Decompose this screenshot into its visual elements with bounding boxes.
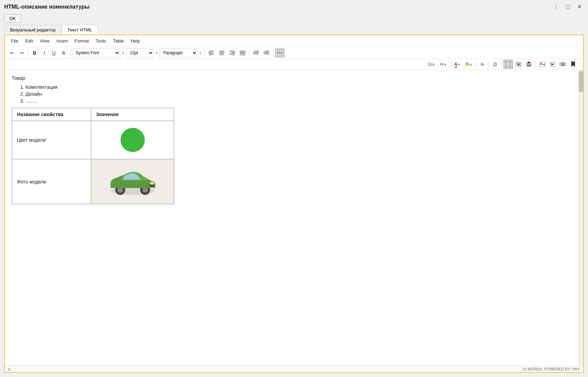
tab-html-text[interactable]: Текст HTML: [61, 25, 98, 35]
clear-format-button[interactable]: Ix: [478, 60, 487, 69]
table-row-photo: Фото модели: [12, 159, 174, 204]
tab-bar: Визуальный редактор Текст HTML: [0, 25, 588, 35]
more-button[interactable]: ···: [275, 48, 285, 57]
font-select[interactable]: System Font: [72, 48, 120, 57]
editor-scroll-area: Товар: Комплектация Дизайн ......... Наз…: [5, 70, 583, 366]
menu-file[interactable]: File: [8, 37, 22, 45]
toolbar-separator7: [476, 61, 476, 68]
unordered-list-button[interactable]: •≡ ∨: [438, 60, 448, 69]
indent-button[interactable]: [262, 48, 271, 57]
status-bar: p 10 WORDS POWERED BY TINY: [5, 366, 583, 372]
color-circle: [121, 128, 145, 152]
image-button[interactable]: [538, 60, 547, 69]
menu-insert[interactable]: Insert: [53, 37, 71, 45]
media-button[interactable]: [548, 60, 557, 69]
close-button[interactable]: ✕: [575, 3, 584, 11]
editor-content[interactable]: Товар: Комплектация Дизайн ......... Наз…: [5, 70, 583, 210]
col-property-name: Название свойства: [12, 108, 91, 121]
menu-icon[interactable]: ⋮: [551, 3, 561, 11]
scrollbar-thumb[interactable]: [579, 71, 583, 92]
content-intro: Товар:: [12, 75, 573, 81]
link-button[interactable]: [558, 60, 568, 69]
align-right-button[interactable]: [227, 48, 237, 57]
align-justify-button[interactable]: [238, 48, 247, 57]
toolbar-separator8: [489, 61, 489, 68]
menu-bar: File Edit View Insert Format Tools Table…: [5, 35, 583, 47]
bookmark-button[interactable]: [569, 60, 578, 69]
menu-edit[interactable]: Edit: [22, 37, 36, 45]
toolbar-separator3: [205, 49, 205, 56]
special-char-button[interactable]: Ω: [491, 60, 500, 69]
align-left-button[interactable]: [207, 48, 216, 57]
menu-table[interactable]: Table: [110, 37, 127, 45]
svg-point-26: [518, 63, 520, 65]
col-value: Значение: [91, 108, 174, 121]
status-element: p: [8, 367, 10, 371]
toolbar-row1: ↩ ↪ B I U S System Font ∨ 12pt ∨ Paragra…: [5, 47, 583, 59]
table-row-color: Цвет модели: [12, 121, 174, 159]
list-item-1: Комплектация: [26, 84, 573, 90]
ordered-list-button[interactable]: 1≡ ∨: [426, 60, 437, 69]
print-button[interactable]: [524, 60, 534, 69]
editor-container: File Edit View Insert Format Tools Table…: [4, 35, 584, 373]
toolbar-separator5: [273, 49, 273, 56]
table-header-row: Название свойства Значение: [12, 108, 174, 121]
status-words-powered: 10 WORDS POWERED BY TINY: [522, 367, 580, 371]
paragraph-select[interactable]: Paragraph: [160, 48, 198, 57]
menu-help[interactable]: Help: [127, 37, 143, 45]
fullscreen-button[interactable]: [503, 60, 513, 69]
tab-visual-editor[interactable]: Визуальный редактор: [4, 25, 61, 35]
toolbar-separator6: [450, 61, 451, 68]
editor-scrollbar[interactable]: [578, 70, 583, 366]
italic-button[interactable]: I: [40, 48, 49, 57]
svg-rect-23: [466, 62, 468, 65]
underline-button[interactable]: U: [49, 48, 58, 57]
outdent-button[interactable]: [251, 48, 261, 57]
window-title: HTML-описание номенклатуры: [4, 4, 89, 10]
car-image: [105, 164, 160, 198]
svg-point-44: [150, 182, 154, 185]
redo-button[interactable]: ↪: [17, 48, 26, 57]
toolbar-separator10: [535, 61, 536, 68]
preview-button[interactable]: [514, 60, 523, 69]
toolbar-separator4: [249, 49, 249, 56]
main-window: HTML-описание номенклатуры ⋮ □ ✕ OK Визу…: [0, 0, 588, 377]
property-photo-label: Фото модели: [12, 159, 91, 204]
size-select[interactable]: 12pt: [126, 48, 154, 57]
menu-format[interactable]: Format: [71, 37, 92, 45]
content-list: Комплектация Дизайн .........: [26, 84, 573, 104]
align-center-button[interactable]: [217, 48, 227, 57]
list-item-2: Дизайн: [26, 91, 573, 97]
svg-marker-35: [551, 63, 554, 66]
list-item-3: .........: [26, 98, 573, 104]
undo-button[interactable]: ↩: [8, 48, 17, 57]
toolbar-separator2: [70, 49, 70, 56]
window-controls: ⋮ □ ✕: [551, 3, 584, 11]
title-bar: HTML-описание номенклатуры ⋮ □ ✕: [0, 0, 588, 13]
ok-button[interactable]: OK: [4, 14, 21, 23]
toolbar-separator: [28, 49, 28, 56]
menu-tools[interactable]: Tools: [92, 37, 110, 45]
toolbar-separator9: [501, 61, 502, 68]
ok-area: OK: [0, 13, 588, 25]
property-photo-value: [91, 159, 174, 204]
svg-rect-28: [528, 62, 530, 63]
toolbar-row2: 1≡ ∨ •≡ ∨ A ∨ ∨ Ix Ω: [5, 59, 583, 70]
strikethrough-button[interactable]: S: [59, 48, 68, 57]
property-color-label: Цвет модели: [12, 121, 91, 159]
font-color-button[interactable]: A ∨: [452, 60, 462, 69]
property-color-value: [91, 121, 174, 159]
minimize-button[interactable]: □: [564, 3, 572, 11]
bold-button[interactable]: B: [30, 48, 39, 57]
properties-table: Название свойства Значение Цвет модели: [12, 108, 174, 204]
menu-view[interactable]: View: [36, 37, 53, 45]
highlight-button[interactable]: ∨: [463, 60, 474, 69]
